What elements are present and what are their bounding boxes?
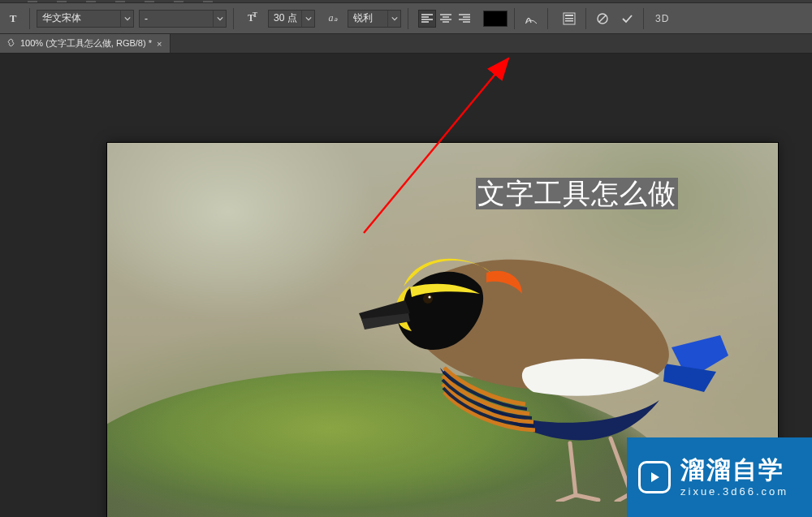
svg-point-6: [423, 294, 433, 304]
svg-rect-2: [565, 18, 573, 19]
chevron-down-icon[interactable]: [120, 11, 133, 27]
cancel-button[interactable]: [593, 9, 612, 28]
divider: [643, 8, 644, 29]
chevron-down-icon[interactable]: [301, 11, 314, 27]
divider: [547, 8, 548, 29]
canvas-text-layer[interactable]: 文字工具怎么做: [476, 175, 678, 213]
document-tab-bar: 100% (文字工具怎么做, RGB/8) * ×: [0, 34, 812, 54]
svg-rect-3: [565, 20, 573, 22]
commit-button[interactable]: [617, 9, 637, 28]
align-right-button[interactable]: [456, 10, 473, 28]
character-panel-button[interactable]: [559, 9, 579, 28]
font-style-dropdown[interactable]: -: [139, 10, 227, 28]
watermark-url: zixue.3d66.com: [680, 486, 788, 498]
tab-bar-background: [171, 34, 812, 53]
watermark-badge: 溜溜自学 zixue.3d66.com: [627, 437, 812, 517]
close-icon[interactable]: ×: [157, 39, 162, 49]
three-d-button[interactable]: 3D: [655, 13, 669, 24]
align-center-button[interactable]: [437, 10, 455, 28]
font-size-dropdown[interactable]: 30 点: [268, 10, 315, 28]
work-area: 文字工具怎么做 溜溜自学 zixue.3d66.com: [0, 54, 812, 517]
font-style-value: -: [140, 13, 213, 24]
font-family-value: 华文宋体: [37, 11, 120, 25]
antialias-dropdown[interactable]: 锐利: [348, 10, 401, 28]
divider: [408, 8, 408, 29]
chevron-down-icon[interactable]: [387, 11, 400, 27]
text-orientation-icon[interactable]: T T: [245, 11, 261, 27]
type-tool-icon[interactable]: T: [5, 11, 21, 27]
font-size-value: 30 点: [269, 11, 301, 25]
align-left-button[interactable]: [418, 10, 436, 28]
document-tab-title: 100% (文字工具怎么做, RGB/8) *: [20, 37, 152, 50]
text-color-swatch[interactable]: [483, 11, 508, 27]
play-icon: [638, 461, 671, 493]
svg-line-5: [599, 15, 606, 22]
divider: [233, 8, 234, 29]
chevron-down-icon[interactable]: [213, 11, 226, 27]
warp-text-button[interactable]: [521, 9, 541, 28]
divider: [585, 8, 586, 29]
svg-rect-1: [565, 15, 573, 16]
document-tab[interactable]: 100% (文字工具怎么做, RGB/8) * ×: [0, 34, 171, 53]
divider: [514, 8, 515, 29]
text-align-group: [418, 10, 473, 28]
antialias-icon: aₐ: [325, 11, 341, 27]
link-icon: [6, 38, 15, 49]
divider: [29, 8, 30, 29]
canvas-text: 文字工具怎么做: [476, 178, 678, 209]
watermark-title: 溜溜自学: [680, 456, 788, 483]
text-options-bar: T 华文宋体 - T T 30 点 aₐ 锐利: [0, 3, 812, 34]
svg-point-7: [428, 295, 430, 298]
antialias-value: 锐利: [348, 11, 387, 25]
font-family-dropdown[interactable]: 华文宋体: [37, 10, 134, 28]
